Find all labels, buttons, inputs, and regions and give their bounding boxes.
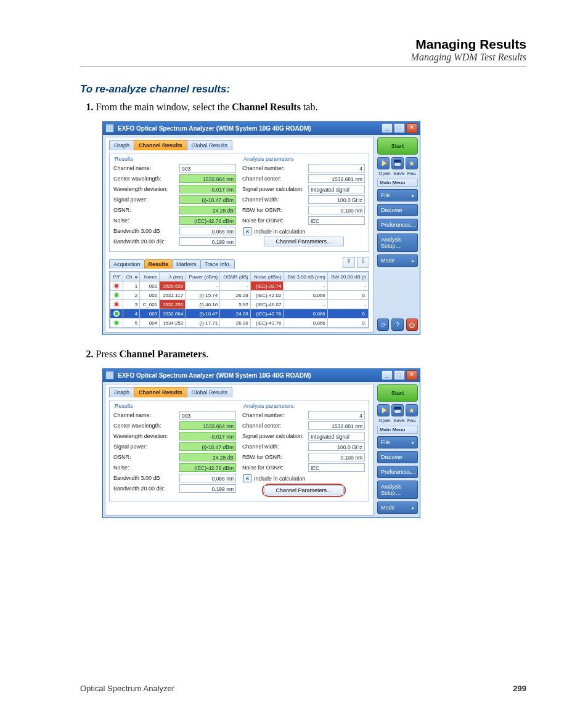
subtab-trace-info[interactable]: Trace Info.	[200, 259, 235, 269]
subtab-results[interactable]: Results	[144, 259, 173, 269]
table-row[interactable]: 3C_0011532.255(i)-40.165.92(IEC)-46.07--	[110, 300, 369, 309]
table-header[interactable]: Ch. #	[123, 272, 140, 282]
center-wl-value: 1532.664 nm	[179, 174, 236, 183]
include-checkbox[interactable]: ×Include in calculation	[243, 474, 365, 482]
page-number: 299	[513, 684, 526, 693]
tab-graph[interactable]: Graph	[109, 387, 134, 397]
channel-parameters-button[interactable]: Channel Parameters...	[264, 237, 344, 246]
noise-label: Noise:	[113, 217, 129, 224]
bw20-label: Bandwidth 20.00 dB:	[113, 238, 165, 245]
ch-center-value: 1532.681 nm	[308, 174, 365, 183]
window-title: EXFO Optical Spectrum Analyzer (WDM Syst…	[118, 125, 311, 132]
rbw-value: 0.100 nm	[308, 206, 365, 214]
step-1: From the main window, select the Channel…	[96, 102, 526, 113]
scroll-up-button[interactable]: ⇧	[343, 257, 355, 268]
rbw-label: RBW for OSNR:	[242, 207, 282, 213]
table-header[interactable]: P/F	[110, 272, 123, 282]
checkbox-icon: ×	[243, 227, 251, 235]
table-header[interactable]: BW 3.00 dB (nm)	[284, 272, 327, 282]
side-analysis-setup[interactable]: Analysis Setup…	[377, 233, 418, 252]
screenshot-1: EXFO Optical Spectrum Analyzer (WDM Syst…	[102, 121, 420, 335]
table-header[interactable]: OSNR (dB)	[220, 272, 251, 282]
maximize-button[interactable]: □	[394, 370, 405, 380]
scroll-down-button[interactable]: ⇩	[357, 257, 369, 268]
open-button[interactable]	[377, 157, 390, 169]
side-preferences[interactable]: Preferences…	[377, 466, 418, 478]
ch-num-value: 4	[308, 164, 365, 172]
channel-name-field[interactable]: 003	[179, 164, 236, 172]
window-titlebar: EXFO Optical Spectrum Analyzer (WDM Syst…	[103, 369, 420, 382]
tab-channel-results[interactable]: Channel Results	[134, 140, 187, 150]
results-group-title: Results	[115, 403, 236, 409]
app-icon	[105, 124, 114, 132]
favorite-button[interactable]	[406, 404, 418, 416]
minimize-button[interactable]: _	[382, 370, 393, 380]
noise-osnr-value: IEC	[308, 216, 365, 225]
start-button[interactable]: Start	[377, 384, 418, 402]
favorite-button[interactable]	[406, 157, 418, 169]
side-file[interactable]: File	[377, 436, 418, 448]
main-menu-header: Main Menu	[377, 426, 418, 434]
app-icon	[105, 371, 114, 379]
tab-channel-results[interactable]: Channel Results	[134, 387, 187, 397]
save-button[interactable]	[391, 157, 404, 169]
ch-width-value: 100.0 GHz	[308, 195, 365, 204]
sig-calc-label: Signal power calculation:	[242, 186, 304, 192]
wl-dev-label: Wavelength deviation:	[113, 186, 168, 192]
save-button[interactable]	[391, 404, 404, 416]
noise-value: (IEC)-42.76 dBm	[179, 216, 236, 225]
table-row[interactable]: 20021531.117(i)-15.7426.28(IEC)-42.020.0…	[110, 291, 369, 300]
table-row[interactable]: 40031532.664(i)-18.4724.28(IEC)-42.760.0…	[110, 309, 369, 318]
side-analysis-setup[interactable]: Analysis Setup…	[377, 481, 418, 499]
start-button[interactable]: Start	[377, 137, 418, 155]
tab-global-results[interactable]: Global Results	[187, 387, 233, 397]
sig-power-value: (i)-18.47 dBm	[179, 195, 236, 204]
table-header[interactable]: Name	[140, 272, 160, 282]
analysis-group-title: Analysis parameters	[243, 156, 365, 162]
channel-parameters-button[interactable]: Channel Parameters...	[264, 485, 344, 495]
tab-global-results[interactable]: Global Results	[187, 140, 233, 150]
page-subtitle: Managing WDM Test Results	[80, 52, 526, 63]
table-header[interactable]: Noise (dBm)	[250, 272, 284, 282]
side-discover[interactable]: Discover	[377, 204, 418, 216]
wl-dev-value: -0.017 nm	[179, 185, 236, 193]
ch-center-label: Channel center:	[242, 176, 282, 182]
analysis-group-title: Analysis parameters	[243, 403, 365, 409]
side-mode[interactable]: Mode	[377, 254, 418, 267]
subtab-acquisition[interactable]: Acquisition	[109, 259, 145, 269]
center-wl-label: Center wavelength:	[113, 176, 161, 182]
channel-name-field[interactable]: 003	[179, 411, 236, 420]
side-discover[interactable]: Discover	[377, 451, 418, 463]
checkbox-icon: ×	[243, 474, 251, 482]
subtab-markers[interactable]: Markers	[172, 259, 201, 269]
procedure-heading: To re-analyze channel results:	[80, 83, 526, 95]
sig-calc-value: Integrated signal	[308, 185, 365, 193]
open-button[interactable]	[377, 404, 390, 416]
screenshot-2: EXFO Optical Spectrum Analyzer (WDM Syst…	[102, 368, 420, 518]
minimize-button[interactable]: _	[382, 123, 393, 133]
power-button[interactable]	[406, 318, 418, 331]
sig-power-label: Signal power:	[113, 197, 147, 203]
side-preferences[interactable]: Preferences…	[377, 219, 418, 231]
window-title: EXFO Optical Spectrum Analyzer (WDM Syst…	[118, 372, 311, 379]
include-checkbox[interactable]: ×Include in calculation	[243, 227, 365, 235]
footer-product: Optical Spectrum Analyzer	[80, 684, 174, 693]
save-label: Save	[393, 171, 404, 176]
close-button[interactable]: ×	[406, 123, 417, 133]
tab-graph[interactable]: Graph	[109, 140, 134, 150]
close-button[interactable]: ×	[406, 370, 417, 380]
table-header[interactable]: BW 20.00 dB (n	[327, 272, 368, 282]
maximize-button[interactable]: □	[394, 123, 405, 133]
table-header[interactable]: Power (dBm)	[186, 272, 220, 282]
channel-name-label: Channel name:	[113, 165, 151, 171]
refresh-button[interactable]	[377, 318, 389, 331]
help-button[interactable]	[391, 318, 403, 331]
fav-label: Fav.	[407, 171, 417, 176]
side-file[interactable]: File	[377, 189, 418, 201]
table-header[interactable]: λ (nm)	[160, 272, 186, 282]
ch-num-label: Channel number:	[242, 165, 285, 171]
side-mode[interactable]: Mode	[377, 501, 418, 514]
table-row[interactable]: 10011529.529--(IEC)-39.74--	[110, 282, 369, 291]
table-row[interactable]: 50041534.252(i)-17.7126.06(IEC)-43.760.0…	[110, 318, 369, 328]
results-group-title: Results	[115, 156, 236, 162]
